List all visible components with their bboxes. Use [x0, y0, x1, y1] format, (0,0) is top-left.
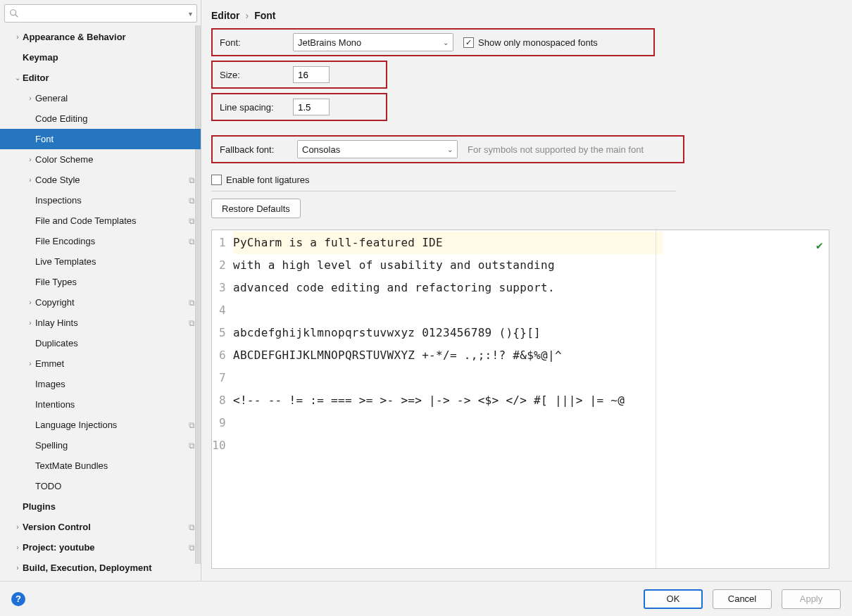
chevron-down-icon[interactable]: ▾	[189, 10, 192, 18]
sidebar-item-inlay-hints[interactable]: ›Inlay Hints⧉	[0, 313, 201, 333]
sidebar-item-appearance-behavior[interactable]: ›Appearance & Behavior	[0, 27, 201, 47]
chevron-right-icon[interactable]: ›	[25, 359, 35, 369]
spacer	[25, 441, 35, 451]
sidebar-item-plugins[interactable]: Plugins	[0, 496, 201, 517]
sidebar-item-intentions[interactable]: Intentions	[0, 394, 201, 415]
sidebar-item-label: Appearance & Behavior	[23, 32, 195, 42]
chevron-right-icon[interactable]: ›	[13, 32, 23, 42]
chevron-right-icon[interactable]: ›	[13, 563, 23, 573]
font-preview-editor[interactable]: 12345678910 PyCharm is a full-featured I…	[211, 230, 829, 569]
sidebar-item-label: Copyright	[35, 297, 186, 308]
ok-button[interactable]: OK	[644, 589, 703, 609]
spacer	[25, 196, 35, 206]
sidebar-item-copyright[interactable]: ›Copyright⧉	[0, 292, 201, 313]
sidebar-item-font[interactable]: Font	[0, 129, 201, 149]
sidebar-item-file-types[interactable]: File Types	[0, 272, 201, 292]
sidebar-item-live-templates[interactable]: Live Templates	[0, 251, 201, 272]
sidebar-item-project-youtube[interactable]: ›Project: youtube⧉	[0, 537, 201, 558]
sidebar-item-label: Duplicates	[35, 338, 195, 348]
sidebar-item-label: Editor	[23, 73, 195, 83]
sidebar-item-file-and-code-templates[interactable]: File and Code Templates⧉	[0, 210, 201, 231]
restore-defaults-button[interactable]: Restore Defaults	[211, 199, 301, 218]
chevron-right-icon[interactable]: ›	[13, 522, 23, 532]
sidebar-item-language-injections[interactable]: Language Injections⧉	[0, 415, 201, 435]
chevron-right-icon[interactable]: ›	[13, 543, 23, 553]
fallback-select[interactable]: Consolas ⌄	[297, 140, 458, 158]
sidebar-item-label: Keymap	[23, 52, 195, 63]
ligatures-checkbox[interactable]: Enable font ligatures	[211, 175, 310, 185]
sidebar-item-spelling[interactable]: Spelling⧉	[0, 435, 201, 455]
line-spacing-input[interactable]	[293, 99, 330, 115]
svg-point-0	[11, 10, 16, 15]
sidebar-item-images[interactable]: Images	[0, 374, 201, 394]
line-number: 2	[212, 254, 226, 277]
ok-check-icon: ✔	[816, 234, 823, 257]
right-margin-ruler	[656, 230, 656, 568]
code-line: ABCDEFGHIJKLMNOPQRSTUVWXYZ +-*/= .,;:!? …	[233, 344, 829, 367]
settings-search[interactable]: ▾	[4, 4, 197, 23]
sidebar-item-duplicates[interactable]: Duplicates	[0, 333, 201, 353]
checkbox-icon: ✓	[463, 37, 474, 48]
apply-button[interactable]: Apply	[782, 589, 841, 609]
code-line: <!-- -- != := === >= >- >=> |-> -> <$> <…	[233, 389, 829, 412]
sidebar-item-inspections[interactable]: Inspections⧉	[0, 190, 201, 210]
scope-icon: ⧉	[189, 175, 195, 185]
chevron-right-icon[interactable]: ›	[25, 175, 35, 185]
sidebar-item-textmate-bundles[interactable]: TextMate Bundles	[0, 455, 201, 476]
sidebar-item-label: Intentions	[35, 399, 195, 410]
svg-line-1	[15, 15, 18, 18]
sidebar-item-label: Code Editing	[35, 113, 195, 124]
sidebar-item-general[interactable]: ›General	[0, 88, 201, 108]
breadcrumb: Editor › Font	[201, 0, 852, 28]
spacer	[13, 502, 23, 512]
code-line: with a high level of usability and outst…	[233, 254, 829, 277]
code-line	[233, 412, 829, 434]
sidebar-item-code-editing[interactable]: Code Editing	[0, 108, 201, 129]
sidebar-item-label: Emmet	[35, 358, 195, 369]
spacer	[25, 400, 35, 410]
spacer	[25, 461, 35, 471]
font-select[interactable]: JetBrains Mono ⌄	[293, 33, 453, 51]
size-input[interactable]	[293, 66, 330, 83]
chevron-right-icon[interactable]: ›	[25, 155, 35, 165]
dialog-footer: ? OK Cancel Apply	[0, 581, 852, 616]
sidebar-item-editor[interactable]: ⌄Editor	[0, 68, 201, 88]
code-line: advanced code editing and refactoring su…	[233, 277, 829, 299]
cancel-button[interactable]: Cancel	[713, 589, 772, 609]
line-number: 10	[212, 434, 226, 457]
sidebar-item-label: TextMate Bundles	[35, 460, 195, 471]
scope-icon: ⧉	[189, 441, 195, 451]
spacer	[25, 482, 35, 491]
chevron-down-icon[interactable]: ⌄	[13, 73, 23, 83]
sidebar-item-keymap[interactable]: Keymap	[0, 47, 201, 68]
scope-icon: ⧉	[189, 298, 195, 308]
chevron-right-icon[interactable]: ›	[25, 298, 35, 308]
chevron-right-icon[interactable]: ›	[25, 318, 35, 328]
sidebar-item-file-encodings[interactable]: File Encodings⧉	[0, 231, 201, 251]
sidebar-item-label: Plugins	[23, 501, 195, 512]
code-line	[233, 299, 829, 322]
code-area[interactable]: PyCharm is a full-featured IDEwith a hig…	[229, 230, 829, 568]
spacer	[25, 257, 35, 267]
line-number: 4	[212, 299, 226, 322]
sidebar-item-emmet[interactable]: ›Emmet	[0, 353, 201, 374]
spacer	[25, 420, 35, 430]
spacer	[25, 134, 35, 144]
sidebar-item-code-style[interactable]: ›Code Style⧉	[0, 170, 201, 190]
line-number: 7	[212, 367, 226, 389]
sidebar-item-build-execution-deployment[interactable]: ›Build, Execution, Deployment	[0, 558, 201, 578]
sidebar-item-label: Build, Execution, Deployment	[23, 562, 195, 573]
breadcrumb-parent[interactable]: Editor	[211, 10, 239, 21]
settings-tree[interactable]: ›Appearance & BehaviorKeymap⌄Editor›Gene…	[0, 25, 201, 581]
font-label: Font:	[220, 37, 283, 48]
help-button[interactable]: ?	[11, 592, 25, 606]
scope-icon: ⧉	[189, 237, 195, 246]
search-input[interactable]	[22, 8, 186, 19]
sidebar-item-todo[interactable]: TODO	[0, 476, 201, 496]
sidebar-item-color-scheme[interactable]: ›Color Scheme	[0, 149, 201, 170]
show-monospaced-checkbox[interactable]: ✓ Show only monospaced fonts	[463, 37, 598, 48]
chevron-right-icon[interactable]: ›	[25, 94, 35, 103]
sidebar-item-label: Live Templates	[35, 256, 195, 267]
sidebar-item-version-control[interactable]: ›Version Control⧉	[0, 517, 201, 537]
spacer	[13, 53, 23, 63]
